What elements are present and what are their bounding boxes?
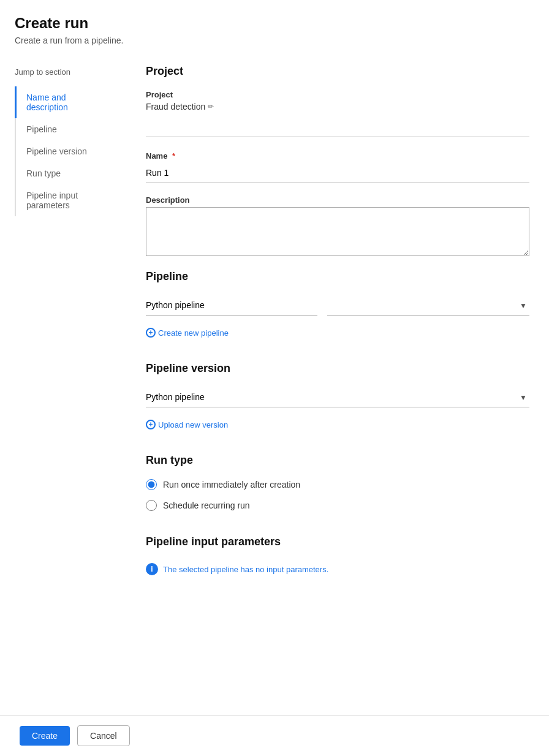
project-value-text: Fraud detection: [146, 102, 205, 112]
schedule-option[interactable]: Schedule recurring run: [146, 500, 529, 511]
pipeline-version-section-title: Pipeline version: [146, 362, 529, 375]
form-area: Project Project Fraud detection ✏ Name: [131, 65, 529, 602]
sidebar-nav: Name anddescription Pipeline Pipeline ve…: [15, 86, 131, 216]
pipeline-row: ▼: [146, 295, 529, 316]
sidebar-item-pipeline[interactable]: Pipeline: [15, 118, 131, 140]
main-content: Create run Create a run from a pipeline.…: [0, 0, 549, 715]
page-subtitle: Create a run from a pipeline.: [15, 36, 529, 45]
project-field-label: Project: [146, 90, 529, 99]
pipeline-section: Pipeline ▼ + Create new pi: [146, 270, 529, 338]
sidebar-item-name-description[interactable]: Name anddescription: [15, 86, 131, 118]
pipeline-section-title: Pipeline: [146, 270, 529, 283]
pipeline-input-params-title: Pipeline input parameters: [146, 535, 529, 548]
name-required-marker: *: [172, 151, 175, 161]
name-input[interactable]: [146, 163, 529, 183]
name-field: Name *: [146, 151, 529, 183]
no-params-info-text: The selected pipeline has no input param…: [163, 565, 328, 574]
project-value-row: Fraud detection ✏: [146, 102, 529, 112]
schedule-label: Schedule recurring run: [163, 501, 250, 510]
page-title: Create run: [15, 15, 529, 32]
upload-new-version-link[interactable]: + Upload new version: [146, 420, 228, 429]
run-once-label: Run once immediately after creation: [163, 480, 300, 490]
run-once-option[interactable]: Run once immediately after creation: [146, 479, 529, 490]
upload-plus-circle-icon: +: [146, 420, 156, 429]
run-type-radio-group: Run once immediately after creation Sche…: [146, 479, 529, 511]
sidebar-item-run-type[interactable]: Run type: [15, 162, 131, 184]
create-button[interactable]: Create: [20, 726, 70, 746]
sidebar: Jump to section Name anddescription Pipe…: [15, 65, 131, 602]
pipeline-input-params-section: Pipeline input parameters i The selected…: [146, 535, 529, 578]
upload-version-label: Upload new version: [158, 420, 228, 429]
info-icon: i: [146, 563, 158, 575]
pipeline-select-wrapper: ▼: [327, 295, 529, 316]
pipeline-name-input[interactable]: [146, 295, 317, 316]
run-type-section: Run type Run once immediately after crea…: [146, 454, 529, 511]
pipeline-version-select-wrapper: Python pipeline ▼: [146, 387, 529, 407]
sidebar-item-pipeline-version[interactable]: Pipeline version: [15, 140, 131, 162]
upload-version-link-row: + Upload new version: [146, 414, 529, 429]
create-pipeline-link-row: + Create new pipeline: [146, 322, 529, 338]
pipeline-version-section: Pipeline version Python pipeline ▼ + Upl…: [146, 362, 529, 429]
no-params-info-box: i The selected pipeline has no input par…: [146, 561, 529, 578]
description-field: Description: [146, 195, 529, 258]
create-new-pipeline-link[interactable]: + Create new pipeline: [146, 328, 229, 338]
name-field-label: Name *: [146, 151, 529, 161]
edit-icon[interactable]: ✏: [208, 102, 214, 111]
project-field: Project Fraud detection ✏: [146, 90, 529, 112]
layout: Jump to section Name anddescription Pipe…: [15, 65, 529, 602]
cancel-button[interactable]: Cancel: [77, 725, 130, 746]
sidebar-item-pipeline-input-params[interactable]: Pipeline inputparameters: [15, 184, 131, 216]
description-field-label: Description: [146, 195, 529, 205]
textarea-wrapper: [146, 207, 529, 258]
divider-1: [146, 136, 529, 137]
pipeline-version-dropdown[interactable]: Python pipeline: [146, 387, 529, 407]
page-wrapper: Create run Create a run from a pipeline.…: [0, 0, 549, 756]
footer-bar: Create Cancel: [0, 715, 549, 756]
run-type-section-title: Run type: [146, 454, 529, 467]
jump-to-section-label: Jump to section: [15, 67, 131, 77]
plus-circle-icon: +: [146, 328, 156, 338]
project-section: Project Project Fraud detection ✏: [146, 65, 529, 112]
create-pipeline-label: Create new pipeline: [158, 328, 229, 338]
schedule-radio[interactable]: [146, 500, 157, 511]
description-input[interactable]: [146, 207, 529, 256]
project-section-title: Project: [146, 65, 529, 78]
run-once-radio[interactable]: [146, 479, 157, 490]
pipeline-version-select[interactable]: [327, 295, 529, 316]
